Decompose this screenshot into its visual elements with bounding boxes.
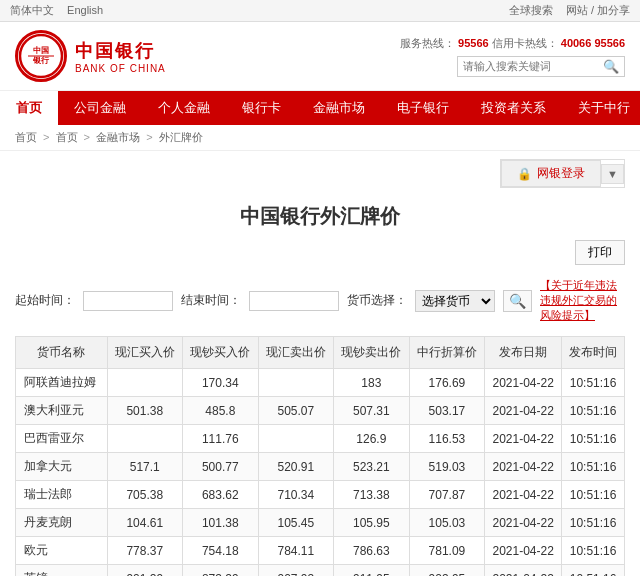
search-box[interactable]: 🔍	[457, 56, 625, 77]
breadcrumb-separator: >	[81, 131, 94, 143]
table-cell-noteSell: 183	[334, 369, 410, 397]
table-cell-noteSell: 126.9	[334, 425, 410, 453]
table-cell-cashBuy: 778.37	[107, 537, 183, 565]
table-row: 加拿大元517.1500.77520.91523.21519.032021-04…	[16, 453, 625, 481]
table-body: 阿联酋迪拉姆170.34183176.692021-04-2210:51:16澳…	[16, 369, 625, 577]
filter-area: 起始时间： 结束时间： 货币选择： 选择货币 🔍 【关于近年违法违规外汇交易的风…	[0, 270, 640, 331]
contact-info: 服务热线： 95566 信用卡热线： 40066 95566	[400, 36, 625, 51]
table-cell-time: 10:51:16	[562, 425, 625, 453]
breadcrumb: 首页 > 首页 > 金融市场 > 外汇牌价	[0, 125, 640, 151]
table-cell-time: 10:51:16	[562, 453, 625, 481]
website-link[interactable]: 网站 / 加分享	[566, 4, 630, 16]
table-cell-noteSell: 105.95	[334, 509, 410, 537]
language-switcher[interactable]: 简体中文 English	[10, 3, 113, 18]
nav-item-2[interactable]: 个人金融	[142, 91, 226, 125]
service-phone: 95566	[458, 37, 489, 49]
breadcrumb-separator: >	[143, 131, 156, 143]
nav-item-7[interactable]: 关于中行	[562, 91, 640, 125]
table-col-header: 货币名称	[16, 337, 108, 369]
print-button[interactable]: 打印	[575, 240, 625, 265]
table-cell-date: 2021-04-22	[485, 425, 562, 453]
top-bar: 简体中文 English 全球搜索 网站 / 加分享	[0, 0, 640, 22]
table-row: 阿联酋迪拉姆170.34183176.692021-04-2210:51:16	[16, 369, 625, 397]
currency-select[interactable]: 选择货币	[415, 290, 495, 312]
table-cell-cashBuy: 517.1	[107, 453, 183, 481]
end-time-input[interactable]	[249, 291, 339, 311]
table-cell-cashSell	[258, 369, 334, 397]
breadcrumb-item-3[interactable]: 外汇牌价	[159, 131, 203, 143]
table-cell-time: 10:51:16	[562, 537, 625, 565]
top-links: 全球搜索 网站 / 加分享	[499, 3, 630, 18]
table-col-header: 现汇买入价	[107, 337, 183, 369]
global-search-link[interactable]: 全球搜索	[509, 4, 553, 16]
table-row: 丹麦克朗104.61101.38105.45105.95105.032021-0…	[16, 509, 625, 537]
svg-text:银行: 银行	[32, 56, 50, 65]
nav-item-6[interactable]: 投资者关系	[465, 91, 562, 125]
table-cell-cashSell: 784.11	[258, 537, 334, 565]
table-cell-mid: 903.95	[409, 565, 485, 577]
search-input[interactable]	[463, 60, 603, 72]
table-cell-name: 欧元	[16, 537, 108, 565]
nav-item-3[interactable]: 银行卡	[226, 91, 297, 125]
table-cell-noteBuy: 101.38	[183, 509, 259, 537]
login-button[interactable]: 🔒 网银登录	[501, 160, 601, 187]
table-col-header: 发布日期	[485, 337, 562, 369]
table-cell-mid: 176.69	[409, 369, 485, 397]
page-title: 中国银行外汇牌价	[0, 188, 640, 235]
table-cell-cashSell: 505.07	[258, 397, 334, 425]
login-area: 🔒 网银登录 ▼	[0, 151, 640, 188]
search-icon[interactable]: 🔍	[603, 59, 619, 74]
logo-english: BANK OF CHINA	[75, 63, 166, 74]
table-cell-noteBuy: 873.29	[183, 565, 259, 577]
lock-icon: 🔒	[517, 167, 532, 181]
table-cell-name: 丹麦克朗	[16, 509, 108, 537]
nav-item-5[interactable]: 电子银行	[381, 91, 465, 125]
lang-cn[interactable]: 简体中文	[10, 4, 54, 16]
currency-label: 货币选择：	[347, 292, 407, 309]
logo-circle: 中国 银行	[15, 30, 67, 82]
table-cell-name: 阿联酋迪拉姆	[16, 369, 108, 397]
table-cell-noteBuy: 500.77	[183, 453, 259, 481]
table-cell-cashBuy: 501.38	[107, 397, 183, 425]
table-cell-time: 10:51:16	[562, 509, 625, 537]
table-cell-mid: 781.09	[409, 537, 485, 565]
table-cell-date: 2021-04-22	[485, 565, 562, 577]
exchange-rate-table: 货币名称现汇买入价现钞买入价现汇卖出价现钞卖出价中行折算价发布日期发布时间 阿联…	[15, 336, 625, 576]
logo-area: 中国 银行 中国银行 BANK OF CHINA	[15, 30, 166, 82]
table-cell-cashBuy: 104.61	[107, 509, 183, 537]
table-header: 货币名称现汇买入价现钞买入价现汇卖出价现钞卖出价中行折算价发布日期发布时间	[16, 337, 625, 369]
login-label: 网银登录	[537, 165, 585, 182]
table-cell-mid: 707.87	[409, 481, 485, 509]
table-col-header: 现钞卖出价	[334, 337, 410, 369]
table-cell-cashBuy: 901.29	[107, 565, 183, 577]
table-col-header: 现钞买入价	[183, 337, 259, 369]
table-col-header: 中行折算价	[409, 337, 485, 369]
table-cell-cashBuy: 705.38	[107, 481, 183, 509]
start-time-input[interactable]	[83, 291, 173, 311]
table-cell-time: 10:51:16	[562, 369, 625, 397]
table-cell-date: 2021-04-22	[485, 369, 562, 397]
breadcrumb-item-0[interactable]: 首页	[15, 131, 37, 143]
table-cell-cashSell: 710.34	[258, 481, 334, 509]
nav-item-1[interactable]: 公司金融	[58, 91, 142, 125]
header: 中国 银行 中国银行 BANK OF CHINA 服务热线： 95566 信用卡…	[0, 22, 640, 91]
risk-notice[interactable]: 【关于近年违法违规外汇交易的风险提示】	[540, 278, 625, 323]
login-dropdown[interactable]: ▼	[601, 164, 624, 184]
table-row: 英镑901.29873.29907.93911.95903.952021-04-…	[16, 565, 625, 577]
header-right: 服务热线： 95566 信用卡热线： 40066 95566 🔍	[400, 36, 625, 77]
print-area: 打印	[0, 235, 640, 270]
table-cell-date: 2021-04-22	[485, 481, 562, 509]
table-col-header: 现汇卖出价	[258, 337, 334, 369]
filter-search-button[interactable]: 🔍	[503, 290, 532, 312]
table-cell-date: 2021-04-22	[485, 397, 562, 425]
nav-item-4[interactable]: 金融市场	[297, 91, 381, 125]
table-cell-noteSell: 911.95	[334, 565, 410, 577]
table-row: 巴西雷亚尔111.76126.9116.532021-04-2210:51:16	[16, 425, 625, 453]
table-cell-noteSell: 786.63	[334, 537, 410, 565]
breadcrumb-item-2[interactable]: 金融市场	[96, 131, 140, 143]
lang-en[interactable]: English	[67, 4, 103, 16]
nav-item-0[interactable]: 首页	[0, 91, 58, 125]
breadcrumb-item-1[interactable]: 首页	[56, 131, 78, 143]
table-cell-name: 澳大利亚元	[16, 397, 108, 425]
table-cell-name: 瑞士法郎	[16, 481, 108, 509]
